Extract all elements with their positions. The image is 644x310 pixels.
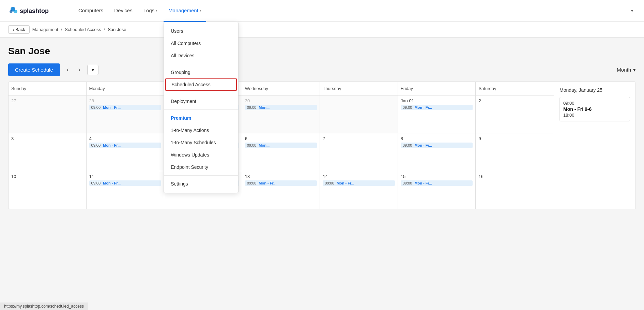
create-schedule-button[interactable]: Create Schedule — [8, 63, 60, 76]
side-event-end-time: 18:00 — [563, 113, 626, 118]
cell-event[interactable]: 09:00 Mon - Fr... — [401, 105, 473, 110]
dropdown-item-1to-many-schedules[interactable]: 1-to-Many Schedules — [164, 136, 238, 149]
cell-date: 15 — [401, 174, 473, 179]
calendar-cell[interactable]: 16 — [476, 171, 554, 209]
cell-date: 9 — [478, 136, 551, 141]
calendar-cell[interactable]: 3 — [9, 133, 87, 171]
side-event-card[interactable]: 09:00 Mon - Fri 9-6 18:00 — [559, 97, 630, 121]
day-header-monday: Monday — [87, 82, 165, 95]
nav-computers[interactable]: Computers — [74, 0, 108, 22]
calendar-cell[interactable]: 6 09:00 Mon... — [242, 133, 320, 171]
event-name: Mon - Fr... — [337, 181, 354, 185]
main-nav: Computers Devices Logs ▾ Management ▾ Us… — [74, 0, 628, 22]
calendar-cell[interactable]: 27 — [9, 95, 87, 133]
day-header-wednesday: Wednesday — [242, 82, 320, 95]
dropdown-item-grouping[interactable]: Grouping — [164, 66, 238, 78]
calendar-cell[interactable]: 10 — [9, 171, 87, 209]
status-bar: https://my.splashtop.com/scheduled_acces… — [0, 302, 88, 310]
cell-event[interactable]: 09:00 Mon - Fr... — [89, 105, 162, 110]
nav-management[interactable]: Management ▾ Users All Computers All Dev… — [164, 0, 206, 22]
nav-devices[interactable]: Devices — [109, 0, 137, 22]
cell-event[interactable]: 09:00 Mon - Fr... — [401, 180, 473, 186]
management-dropdown-menu: Users All Computers All Devices Grouping… — [164, 22, 239, 193]
divider-3 — [164, 109, 238, 110]
dropdown-item-settings[interactable]: Settings — [164, 178, 238, 190]
dropdown-item-all-devices[interactable]: All Devices — [164, 49, 238, 62]
back-button[interactable]: ‹ Back — [8, 25, 30, 34]
cell-date: 28 — [89, 98, 162, 103]
calendar-cell[interactable]: 7 — [320, 133, 398, 171]
calendar-cell[interactable]: 14 09:00 Mon - Fr... — [320, 171, 398, 209]
view-selector-arrow: ▾ — [92, 67, 94, 73]
calendar-cell[interactable] — [320, 95, 398, 133]
event-time: 09:00 — [91, 143, 101, 147]
breadcrumb-management[interactable]: Management — [32, 27, 58, 32]
event-name: Mon... — [259, 105, 270, 109]
calendar-cell[interactable]: 15 09:00 Mon - Fr... — [398, 171, 476, 209]
cell-date: 8 — [401, 136, 473, 141]
cell-event[interactable]: 09:00 Mon - Fr... — [401, 143, 473, 148]
dropdown-item-deployment[interactable]: Deployment — [164, 95, 238, 107]
event-time: 09:00 — [403, 105, 412, 109]
cell-event[interactable]: 09:00 Mon... — [245, 105, 317, 110]
calendar-cell[interactable]: 8 09:00 Mon - Fr... — [398, 133, 476, 171]
event-time: 09:00 — [247, 105, 257, 109]
calendar-cell[interactable]: 28 09:00 Mon - Fr... — [87, 95, 165, 133]
cell-date: 11 — [89, 174, 162, 179]
view-selector[interactable]: ▾ — [87, 65, 98, 75]
side-event-start-time: 09:00 — [563, 101, 626, 106]
event-time: 09:00 — [247, 143, 257, 147]
page-title: San Jose — [8, 46, 636, 57]
calendar-cell[interactable]: 4 09:00 Mon - Fr... — [87, 133, 165, 171]
event-name: Mon - Fr... — [103, 105, 121, 109]
cell-event[interactable]: 09:00 Mon - Fr... — [89, 180, 162, 186]
calendar-cell[interactable]: Jan 01 09:00 Mon - Fr... — [398, 95, 476, 133]
side-panel-date: Monday, January 25 — [559, 87, 630, 93]
dropdown-item-all-computers[interactable]: All Computers — [164, 37, 238, 49]
breadcrumb-scheduled-access[interactable]: Scheduled Access — [65, 27, 101, 32]
cell-date: 4 — [89, 136, 162, 141]
dropdown-item-premium[interactable]: Premium — [164, 112, 238, 124]
dropdown-item-users[interactable]: Users — [164, 25, 238, 37]
management-dropdown-icon: ▾ — [200, 9, 201, 12]
calendar-cell[interactable]: 30 09:00 Mon... — [242, 95, 320, 133]
header-right-arrow-icon[interactable]: ▾ — [628, 6, 636, 16]
cell-date: 3 — [11, 136, 83, 141]
event-time: 09:00 — [325, 181, 334, 185]
dropdown-item-scheduled-access[interactable]: Scheduled Access — [165, 78, 237, 91]
cell-event[interactable]: 09:00 Mon - Fr... — [89, 143, 162, 148]
month-selector-button[interactable]: Month ▾ — [617, 67, 636, 73]
dropdown-item-windows-updates[interactable]: Windows Updates — [164, 149, 238, 161]
day-header-friday: Friday — [398, 82, 476, 95]
event-name: Mon - Fr... — [259, 181, 276, 185]
cell-date: 2 — [478, 98, 551, 103]
cell-event[interactable]: 09:00 Mon - Fr... — [245, 180, 317, 186]
svg-text:splashtop: splashtop — [20, 8, 49, 14]
toolbar: Create Schedule ‹ › ▾ Month ▾ — [8, 63, 636, 76]
month-dropdown-icon: ▾ — [633, 67, 636, 73]
cell-event[interactable]: 09:00 Mon - Fr... — [323, 180, 395, 186]
event-time: 09:00 — [247, 181, 257, 185]
cell-event[interactable]: 09:00 Mon... — [245, 143, 317, 148]
cell-date: 13 — [245, 174, 317, 179]
dropdown-item-1to-many-actions[interactable]: 1-to-Many Actions — [164, 124, 238, 136]
cell-date: 7 — [323, 136, 395, 141]
event-name: Mon - Fr... — [103, 143, 121, 147]
nav-logs[interactable]: Logs ▾ — [139, 0, 163, 22]
event-time: 09:00 — [403, 143, 412, 147]
calendar-wrapper: Sunday Monday Tuesday Wednesday Thursday… — [8, 82, 636, 209]
prev-month-button[interactable]: ‹ — [64, 65, 72, 75]
header: splashtop Computers Devices Logs ▾ Manag… — [0, 0, 644, 22]
cell-date: 14 — [323, 174, 395, 179]
calendar-week-1: 27 28 09:00 Mon - Fr... 29 09:00 Mon - F… — [9, 95, 554, 133]
next-month-button[interactable]: › — [76, 65, 83, 75]
breadcrumb-sep-2: / — [104, 27, 105, 32]
dropdown-item-endpoint-security[interactable]: Endpoint Security — [164, 161, 238, 173]
calendar-cell[interactable]: 2 — [476, 95, 554, 133]
cell-date: 27 — [11, 98, 83, 103]
calendar-cell[interactable]: 11 09:00 Mon - Fr... — [87, 171, 165, 209]
divider-4 — [164, 175, 238, 176]
event-time: 09:00 — [91, 181, 101, 185]
calendar-cell[interactable]: 13 09:00 Mon - Fr... — [242, 171, 320, 209]
calendar-cell[interactable]: 9 — [476, 133, 554, 171]
